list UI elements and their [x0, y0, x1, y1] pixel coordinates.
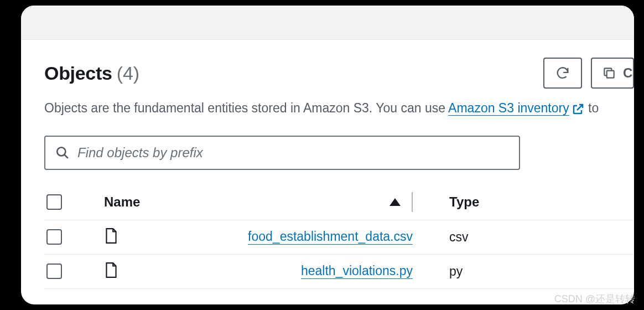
description-prefix: Objects are the fundamental entities sto… [44, 101, 448, 115]
select-all-cell [44, 194, 104, 210]
file-icon [104, 262, 118, 281]
row-checkbox[interactable] [46, 264, 62, 279]
external-link-icon [572, 102, 585, 116]
file-name-cell: health_violations.py [104, 262, 430, 281]
file-type-cell: py [430, 264, 463, 279]
svg-point-1 [57, 147, 65, 156]
objects-table: Name Type food_es [44, 192, 634, 289]
search-icon [55, 146, 70, 160]
file-type-cell: csv [430, 230, 469, 245]
table-row: health_violations.py py [44, 255, 634, 289]
search-input[interactable] [77, 145, 509, 161]
description-suffix: to [585, 101, 599, 115]
panel-title: Objects [44, 63, 112, 84]
refresh-button[interactable] [543, 58, 582, 89]
row-select-cell [44, 264, 104, 279]
table-header: Name Type [44, 192, 634, 220]
action-buttons: Co [543, 58, 634, 89]
search-box[interactable] [44, 136, 520, 170]
copy-button-label: Co [623, 65, 634, 81]
copy-icon [602, 66, 616, 80]
file-link[interactable]: health_violations.py [301, 264, 413, 279]
svg-rect-0 [607, 71, 614, 78]
copy-button[interactable]: Co [591, 58, 634, 89]
watermark: CSDN @还是转转 [554, 292, 635, 306]
sort-ascending-icon [389, 198, 401, 206]
file-link[interactable]: food_establishment_data.csv [248, 229, 413, 245]
row-checkbox[interactable] [46, 229, 62, 245]
panel-title-group: Objects (4) [44, 63, 139, 84]
app-window: Objects (4) Co [21, 6, 634, 304]
svg-line-2 [64, 154, 68, 158]
panel-description: Objects are the fundamental entities sto… [44, 99, 634, 118]
select-all-checkbox[interactable] [46, 194, 62, 210]
file-name-cell: food_establishment_data.csv [104, 228, 430, 246]
objects-panel: Objects (4) Co [21, 40, 634, 289]
title-row: Objects (4) Co [44, 58, 634, 89]
window-header-strip [21, 6, 634, 40]
sort-indicator [389, 192, 413, 212]
column-header-type[interactable]: Type [430, 194, 479, 210]
column-type-label: Type [449, 194, 479, 209]
panel-count: (4) [117, 63, 140, 84]
column-name-label: Name [104, 194, 140, 210]
column-divider [412, 192, 413, 212]
file-icon [104, 228, 118, 246]
table-row: food_establishment_data.csv csv [44, 220, 634, 255]
column-header-name[interactable]: Name [104, 192, 430, 212]
refresh-icon [555, 65, 570, 81]
inventory-link[interactable]: Amazon S3 inventory [448, 101, 569, 116]
row-select-cell [44, 229, 104, 245]
